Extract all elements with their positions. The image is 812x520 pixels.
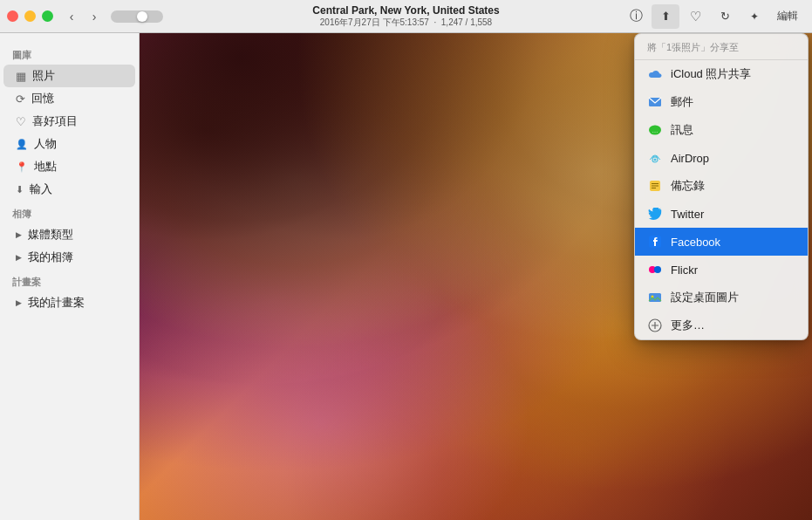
info-button[interactable]: ⓘ: [622, 4, 650, 29]
sidebar-item-my-projects[interactable]: ▶ 我的計畫案: [3, 291, 135, 314]
dropdown-label-more: 更多…: [671, 318, 705, 333]
disclosure-projects-icon: ▶: [16, 298, 22, 307]
svg-text:…: …: [652, 127, 658, 133]
twitter-icon: [647, 206, 663, 222]
notes-icon: [647, 178, 663, 194]
dropdown-item-notes[interactable]: 備忘錄: [635, 172, 808, 200]
imports-icon: ⬇: [16, 184, 24, 195]
sidebar-item-my-albums[interactable]: ▶ 我的相簿: [3, 246, 135, 269]
icloud-icon: [647, 66, 663, 82]
sidebar-label-my-albums: 我的相簿: [28, 250, 73, 265]
maximize-button[interactable]: [42, 10, 53, 22]
dropdown-header: 將「1張照片」分享至: [635, 34, 808, 60]
window-controls: [7, 10, 53, 22]
photos-icon: ▦: [16, 70, 26, 83]
flickr-icon: [647, 262, 663, 277]
sidebar-item-favorites[interactable]: ♡ 喜好項目: [3, 110, 135, 133]
dropdown-item-airdrop[interactable]: AirDrop: [635, 144, 808, 172]
more-icon: [647, 318, 663, 333]
dropdown-label-airdrop: AirDrop: [671, 152, 709, 165]
titlebar: ‹ › Central Park, New York, United State…: [0, 0, 812, 33]
dropdown-label-flickr: Flickr: [671, 263, 698, 277]
adjust-button[interactable]: ✦: [740, 4, 768, 29]
disclosure-media-icon: ▶: [16, 230, 22, 239]
adjust-icon: ✦: [750, 10, 759, 23]
dropdown-label-icloud: iCloud 照片共享: [671, 66, 751, 82]
sidebar-item-places[interactable]: 📍 地點: [3, 155, 135, 178]
sidebar-item-people[interactable]: 👤 人物: [3, 133, 135, 155]
dropdown-label-twitter: Twitter: [671, 208, 704, 221]
nav-buttons: ‹ ›: [62, 7, 104, 26]
sidebar-section-albums: 相簿: [0, 201, 139, 223]
sidebar-label-favorites: 喜好項目: [32, 113, 78, 129]
svg-point-5: [654, 159, 657, 161]
dropdown-item-mail[interactable]: 郵件: [635, 88, 808, 116]
dropdown-label-mail: 郵件: [671, 94, 693, 110]
messages-icon: …: [647, 122, 663, 138]
sidebar: 圖庫 ▦ 照片 ⟳ 回憶 ♡ 喜好項目 👤 人物 📍 地點 ⬇ 輸入 相簿 ▶ …: [0, 33, 140, 520]
share-icon: ⬆: [661, 10, 671, 23]
sidebar-label-memories: 回憶: [31, 91, 54, 106]
dropdown-item-wallpaper[interactable]: 設定桌面圖片: [635, 284, 808, 311]
sidebar-section-projects: 計畫案: [0, 269, 139, 291]
zoom-slider[interactable]: [111, 10, 163, 23]
sidebar-label-imports: 輸入: [30, 181, 52, 197]
photo-date: 2016年7月27日 下午5:13:57: [320, 17, 429, 27]
dropdown-item-messages[interactable]: … 訊息: [635, 116, 808, 144]
main-area: 圖庫 ▦ 照片 ⟳ 回憶 ♡ 喜好項目 👤 人物 📍 地點 ⬇ 輸入 相簿 ▶ …: [0, 33, 812, 520]
dropdown-item-more[interactable]: 更多…: [635, 311, 808, 339]
back-button[interactable]: ‹: [62, 7, 81, 26]
photo-location: Central Park, New York, United States: [312, 4, 499, 17]
photo-counter: 1,247 / 1,558: [441, 17, 492, 27]
dropdown-item-icloud[interactable]: iCloud 照片共享: [635, 60, 808, 88]
share-button[interactable]: ⬆: [652, 4, 679, 29]
favorites-icon: ♡: [16, 115, 26, 128]
mail-icon: [647, 94, 663, 110]
info-icon: ⓘ: [630, 8, 643, 24]
photo-meta: 2016年7月27日 下午5:13:57 · 1,247 / 1,558: [312, 17, 499, 29]
sidebar-item-memories[interactable]: ⟳ 回憶: [3, 87, 135, 110]
toolbar-actions: ⓘ ⬆ ♡ ↻ ✦ 編輯: [622, 4, 805, 29]
titlebar-center: Central Park, New York, United States 20…: [312, 4, 499, 29]
sidebar-label-media-type: 媒體類型: [28, 227, 73, 243]
places-icon: 📍: [16, 161, 28, 173]
close-button[interactable]: [7, 10, 18, 22]
share-dropdown: 將「1張照片」分享至 iCloud 照片共享 郵件 … 訊息: [634, 33, 809, 340]
facebook-icon: [647, 234, 663, 250]
sidebar-section-library: 圖庫: [0, 42, 139, 65]
minimize-button[interactable]: [24, 10, 36, 22]
people-icon: 👤: [16, 139, 28, 150]
disclosure-albums-icon: ▶: [16, 253, 22, 262]
sidebar-label-people: 人物: [34, 136, 57, 152]
sidebar-item-media-type[interactable]: ▶ 媒體類型: [3, 223, 135, 246]
edit-button[interactable]: 編輯: [770, 7, 805, 25]
sidebar-label-places: 地點: [34, 159, 57, 174]
dropdown-label-facebook: Facebook: [671, 236, 720, 249]
airdrop-icon: [647, 150, 663, 166]
photo-content: 將「1張照片」分享至 iCloud 照片共享 郵件 … 訊息: [140, 33, 812, 520]
rotate-icon: ↻: [720, 10, 730, 23]
forward-button[interactable]: ›: [85, 7, 104, 26]
dropdown-label-wallpaper: 設定桌面圖片: [671, 290, 739, 305]
sidebar-item-photos[interactable]: ▦ 照片: [3, 65, 135, 87]
dropdown-item-facebook[interactable]: Facebook: [635, 228, 808, 256]
sidebar-label-photos: 照片: [32, 68, 55, 84]
dropdown-label-messages: 訊息: [671, 122, 693, 138]
sidebar-label-my-projects: 我的計畫案: [28, 295, 85, 311]
dropdown-item-flickr[interactable]: Flickr: [635, 256, 808, 284]
favorite-button[interactable]: ♡: [681, 4, 709, 29]
rotate-button[interactable]: ↻: [711, 4, 739, 29]
dropdown-label-notes: 備忘錄: [671, 178, 705, 194]
sidebar-item-imports[interactable]: ⬇ 輸入: [3, 178, 135, 201]
heart-icon: ♡: [690, 9, 701, 24]
memories-icon: ⟳: [16, 92, 25, 106]
wallpaper-icon: [647, 290, 663, 305]
svg-point-12: [654, 266, 661, 273]
dropdown-item-twitter[interactable]: Twitter: [635, 200, 808, 228]
